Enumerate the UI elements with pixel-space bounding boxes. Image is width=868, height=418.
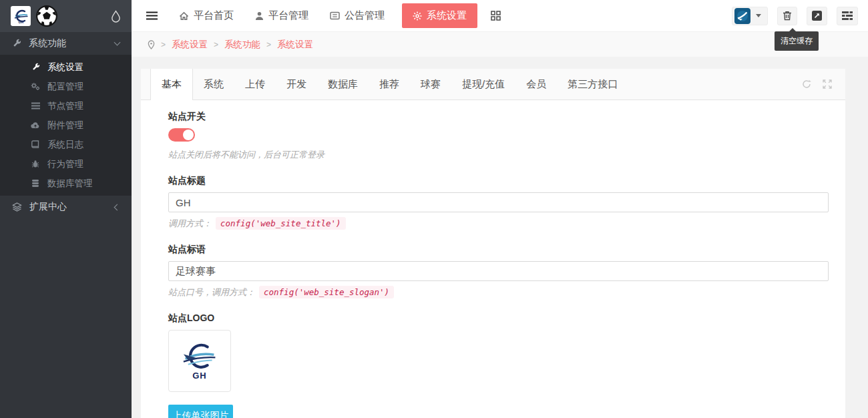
breadcrumb-separator: > (266, 40, 271, 49)
droplet-icon[interactable] (111, 10, 121, 23)
config-code: config('web_site_slogan') (259, 286, 394, 298)
home-icon (179, 11, 189, 21)
server-icon (842, 11, 853, 20)
sidebar-item-label: 系统日志 (47, 139, 83, 151)
trash-icon (783, 11, 792, 21)
tab-matches[interactable]: 球赛 (410, 69, 451, 99)
breadcrumb: > 系统设置 > 系统功能 > 系统设置 (132, 32, 868, 57)
sidebar-item-label: 系统设置 (47, 61, 83, 73)
announcement-list-icon (330, 11, 340, 20)
wrench-icon (31, 63, 40, 71)
help-text: 站点口号，调用方式： (168, 286, 255, 298)
chevron-left-icon (115, 205, 120, 210)
clear-cache-button[interactable] (777, 7, 797, 25)
caret-down-icon (756, 14, 761, 17)
sidebar-group-label: 扩展中心 (29, 201, 67, 213)
navbar-actions (732, 7, 858, 25)
edit-launch-button[interactable] (807, 7, 827, 25)
sidebar-item-config-management[interactable]: 配置管理 (0, 77, 132, 96)
site-logo-small[interactable]: GH (11, 6, 31, 26)
sidebar: GH 系统功能 (0, 0, 132, 418)
grid-apps-icon[interactable] (491, 11, 501, 21)
sidebar-item-attachment-management[interactable]: 附件管理 (0, 116, 132, 135)
sidebar-menu: 系统功能 系统设置 配置管理 (0, 32, 132, 218)
sidebar-item-label: 行为管理 (47, 158, 83, 170)
breadcrumb-link[interactable]: 系统设置 (277, 39, 313, 51)
site-slogan-input[interactable] (168, 261, 829, 281)
top-navbar: 平台首页 平台管理 公告管理 系统设置 (132, 0, 868, 32)
sidebar-item-behavior-management[interactable]: 行为管理 (0, 154, 132, 174)
tab-recommend[interactable]: 推荐 (369, 69, 410, 99)
sidebar-item-database-management[interactable]: 数据库管理 (0, 174, 132, 193)
avatar (734, 8, 750, 24)
nav-item-label: 公告管理 (345, 9, 385, 22)
site-title-label: 站点标题 (168, 175, 818, 187)
sidebar-item-label: 附件管理 (47, 120, 83, 132)
cloud-upload-icon (31, 122, 40, 129)
sidebar-item-label: 节点管理 (47, 100, 83, 112)
breadcrumb-link[interactable]: 系统设置 (172, 39, 208, 51)
tab-upload[interactable]: 上传 (234, 69, 276, 99)
site-logo-text: GH (192, 371, 207, 381)
settings-tab-bar: 基本 系统 上传 开发 数据库 推荐 球赛 提现/充值 会员 第三方接口 (141, 69, 845, 100)
sidebar-item-system-logs[interactable]: 系统日志 (0, 135, 132, 154)
tab-database[interactable]: 数据库 (317, 69, 369, 99)
clear-cache-tooltip: 清空缓存 (775, 31, 819, 51)
settings-form: 站点开关 站点关闭后将不能访问，后台可正常登录 站点标题 调用方式： confi… (141, 100, 845, 418)
gear-icon (413, 11, 422, 21)
fullscreen-icon[interactable] (823, 79, 832, 89)
config-code: config('web_site_title') (216, 217, 346, 230)
svg-text:GH: GH (19, 20, 24, 24)
nav-item-announcement-management[interactable]: 公告管理 (330, 9, 385, 22)
edit-arrow-icon (812, 11, 822, 21)
help-text: 站点关闭后将不能访问，后台可正常登录 (168, 149, 324, 161)
site-slogan-label: 站点标语 (168, 244, 818, 256)
settings-panel: 基本 系统 上传 开发 数据库 推荐 球赛 提现/充值 会员 第三方接口 站点开… (141, 69, 845, 418)
brand-logo-icon: GH (13, 8, 29, 24)
breadcrumb-separator: > (161, 40, 166, 49)
nav-item-platform-home[interactable]: 平台首页 (179, 9, 234, 22)
upload-single-image-button[interactable]: 上传单张图片 (168, 405, 233, 418)
server-list-button[interactable] (837, 7, 858, 25)
sidebar-item-label: 配置管理 (47, 81, 83, 93)
sidebar-item-node-management[interactable]: 节点管理 (0, 96, 132, 116)
tab-members[interactable]: 会员 (515, 69, 557, 99)
tab-withdraw-recharge[interactable]: 提现/充值 (451, 69, 515, 99)
panel-tools (802, 69, 832, 99)
nav-item-label: 系统设置 (427, 9, 467, 22)
tab-system[interactable]: 系统 (193, 69, 234, 99)
site-switch-toggle[interactable] (168, 128, 195, 142)
tab-third-party-api[interactable]: 第三方接口 (557, 69, 628, 99)
sidebar-group-extension-center[interactable]: 扩展中心 (0, 196, 132, 218)
help-text: 调用方式： (168, 218, 212, 230)
breadcrumb-link[interactable]: 系统功能 (224, 39, 260, 51)
refresh-icon[interactable] (802, 79, 811, 89)
bug-icon (31, 160, 40, 168)
site-switch-label: 站点开关 (168, 111, 818, 123)
hamburger-icon[interactable] (146, 11, 158, 20)
site-switch-help: 站点关闭后将不能访问，后台可正常登录 (168, 149, 818, 161)
layers-box-icon (12, 202, 22, 212)
sidebar-item-system-settings[interactable]: 系统设置 (0, 57, 132, 77)
nav-item-system-settings[interactable]: 系统设置 (402, 3, 477, 28)
site-logo-label: 站点LOGO (168, 312, 818, 325)
wrench-icon (12, 39, 21, 48)
nav-item-platform-management[interactable]: 平台管理 (255, 9, 308, 22)
chevron-down-icon (115, 42, 120, 45)
sidebar-header: GH (0, 0, 132, 32)
location-pin-icon (148, 40, 155, 49)
nav-item-label: 平台管理 (268, 9, 308, 22)
database-icon (31, 179, 40, 188)
sidebar-group-system-functions[interactable]: 系统功能 (0, 32, 132, 55)
site-logo-preview[interactable]: GH (168, 330, 231, 392)
tab-develop[interactable]: 开发 (276, 69, 317, 99)
list-icon (31, 102, 40, 110)
tooltip-text: 清空缓存 (781, 36, 813, 45)
user-avatar-dropdown[interactable] (732, 7, 768, 25)
site-title-input[interactable] (168, 192, 829, 212)
site-title-help: 调用方式： config('web_site_title') (168, 217, 818, 230)
sidebar-submenu: 系统设置 配置管理 节点管理 (0, 55, 132, 196)
soccer-ball-icon (35, 5, 58, 27)
tab-basic[interactable]: 基本 (150, 69, 193, 100)
book-icon (31, 140, 40, 149)
